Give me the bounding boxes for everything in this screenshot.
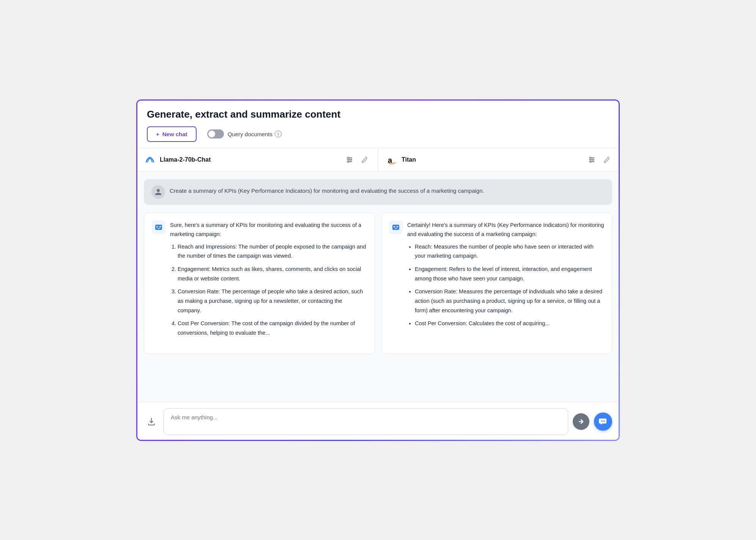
list-item: Engagement: Metrics such as likes, share… <box>178 264 367 283</box>
svg-point-4 <box>350 159 351 161</box>
svg-point-10 <box>590 157 591 159</box>
svg-rect-17 <box>392 225 399 230</box>
list-item: Cost Per Conversion: The cost of the cam… <box>178 319 367 337</box>
llama-ai-icon <box>152 220 165 234</box>
user-avatar <box>151 185 165 199</box>
svg-point-25 <box>604 420 605 422</box>
query-docs-section: Query documents i <box>207 129 282 139</box>
new-chat-label: New chat <box>162 131 187 137</box>
page-title: Generate, extract and summarize content <box>147 109 609 120</box>
list-item: Engagement: Refers to the level of inter… <box>415 264 604 283</box>
svg-rect-13 <box>155 225 162 230</box>
query-docs-toggle[interactable] <box>207 129 224 139</box>
list-item: Conversion Rate: The percentage of peopl… <box>178 287 367 315</box>
titan-response-card: Certainly! Here's a summary of KPIs (Key… <box>381 213 612 354</box>
svg-point-5 <box>348 161 349 162</box>
llama-response-list: Reach and Impressions: The number of peo… <box>170 242 367 338</box>
model-tab-titan: a Titan <box>378 148 620 171</box>
query-docs-label: Query documents i <box>228 131 282 137</box>
llama-wrench-icon[interactable] <box>359 154 370 165</box>
chat-area: Create a summary of KPIs (Key Performanc… <box>136 172 620 402</box>
svg-rect-20 <box>395 228 397 229</box>
svg-rect-18 <box>394 226 395 227</box>
plus-icon: + <box>156 131 159 137</box>
responses-grid: Sure, here's a summary of KPIs for monit… <box>144 213 612 354</box>
llama-response-card: Sure, here's a summary of KPIs for monit… <box>144 213 375 354</box>
user-icon <box>154 188 162 196</box>
toolbar: + New chat Query documents i <box>147 126 609 142</box>
chat-bubble-button[interactable] <box>594 412 612 431</box>
app-container: Generate, extract and summarize content … <box>136 99 620 441</box>
list-item: Reach and Impressions: The number of peo… <box>178 242 367 261</box>
message-input-wrapper[interactable] <box>164 408 568 435</box>
toggle-slider <box>207 129 224 139</box>
list-item: Reach: Measures the number of people who… <box>415 242 604 261</box>
list-item: Conversion Rate: Measures the percentage… <box>415 287 604 315</box>
titan-response-intro: Certainly! Here's a summary of KPIs (Key… <box>407 220 604 239</box>
llama-response-text: Sure, here's a summary of KPIs for monit… <box>170 220 367 342</box>
model-tab-llama: Llama-2-70b-Chat <box>136 148 378 171</box>
app-wrapper: Generate, extract and summarize content … <box>135 98 621 442</box>
send-icon <box>578 418 584 425</box>
meta-icon <box>144 154 156 166</box>
titan-response-header: Certainly! Here's a summary of KPIs (Key… <box>389 220 604 332</box>
svg-rect-14 <box>156 226 158 227</box>
titan-wrench-icon[interactable] <box>602 154 612 165</box>
titan-response-text: Certainly! Here's a summary of KPIs (Key… <box>407 220 604 332</box>
llama-model-name: Llama-2-70b-Chat <box>160 156 340 163</box>
amazon-icon: a <box>386 154 398 166</box>
message-input[interactable] <box>171 414 561 427</box>
info-icon[interactable]: i <box>275 131 282 137</box>
list-item: Cost Per Conversion: Calculates the cost… <box>415 319 604 328</box>
download-button[interactable] <box>144 416 159 428</box>
svg-rect-19 <box>397 226 398 227</box>
models-header: Llama-2-70b-Chat <box>136 148 620 172</box>
svg-point-11 <box>592 159 594 161</box>
new-chat-button[interactable]: + New chat <box>147 126 197 142</box>
titan-response-list: Reach: Measures the number of people who… <box>407 242 604 328</box>
svg-point-3 <box>348 157 349 159</box>
svg-point-12 <box>590 161 591 162</box>
user-message-text: Create a summary of KPIs (Key Performanc… <box>170 185 484 195</box>
download-icon <box>147 417 156 426</box>
titan-ai-icon <box>389 220 403 234</box>
llama-settings-icon[interactable] <box>344 154 355 165</box>
titan-settings-icon[interactable] <box>586 154 597 165</box>
llama-model-actions <box>344 154 370 165</box>
svg-rect-16 <box>158 228 160 229</box>
send-button[interactable] <box>573 413 589 430</box>
user-message-container: Create a summary of KPIs (Key Performanc… <box>144 179 612 205</box>
titan-model-actions <box>586 154 612 165</box>
svg-point-24 <box>603 420 604 422</box>
llama-response-header: Sure, here's a summary of KPIs for monit… <box>152 220 367 342</box>
input-area <box>136 402 620 441</box>
svg-rect-15 <box>159 226 161 227</box>
page-header: Generate, extract and summarize content … <box>136 99 620 148</box>
llama-response-intro: Sure, here's a summary of KPIs for monit… <box>170 220 367 239</box>
svg-point-23 <box>601 420 602 422</box>
chat-bubble-icon <box>599 417 607 426</box>
titan-model-name: Titan <box>402 156 583 163</box>
